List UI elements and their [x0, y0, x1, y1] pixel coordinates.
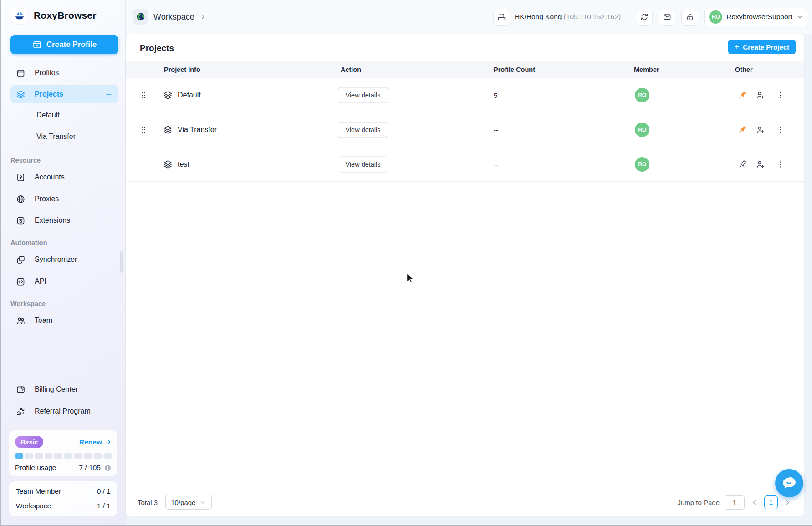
- profiles-window-icon: [16, 68, 26, 78]
- create-profile-button[interactable]: Create Profile: [10, 35, 118, 54]
- table-footer: Total 3 10/page Jump to Page 1: [138, 494, 792, 511]
- column-member: Member: [634, 61, 659, 78]
- add-member-icon[interactable]: [756, 90, 765, 100]
- projects-panel: Projects + Create Project Project Info A…: [126, 34, 804, 516]
- section-label-automation: Automation: [10, 239, 47, 246]
- project-layers-icon: [163, 125, 173, 134]
- column-other: Other: [735, 61, 753, 78]
- hand-coins-icon: [16, 407, 26, 416]
- project-layers-icon: [163, 159, 173, 169]
- sidebar: RoxyBrowser Create Profile Profiles Proj…: [1, 0, 126, 525]
- sidebar-item-label: Profiles: [35, 69, 59, 77]
- breadcrumb[interactable]: Workspace: [133, 9, 207, 25]
- renew-link[interactable]: Renew: [79, 438, 112, 446]
- proxy-region: HK/Hong Kong: [515, 13, 562, 20]
- info-icon[interactable]: [104, 464, 112, 472]
- create-project-button[interactable]: + Create Project: [728, 40, 796, 54]
- proxy-indicator[interactable]: HK/Hong Kong (109.110.162.162): [493, 9, 621, 26]
- team-member-label: Team Member: [16, 487, 61, 495]
- sidebar-item-referral-program[interactable]: Referral Program: [10, 402, 118, 420]
- badge-keyhole-icon: [16, 173, 26, 182]
- profile-count-value: --: [494, 160, 498, 168]
- more-actions-icon[interactable]: [776, 91, 785, 100]
- profile-count-value: --: [494, 126, 498, 133]
- breadcrumb-label: Workspace: [153, 12, 194, 22]
- quota-card: Team Member 0 / 1 Workspace 1 / 1: [9, 481, 117, 516]
- table-row: Via Transfer View details -- RO: [126, 112, 804, 147]
- member-avatar: RO: [635, 88, 649, 102]
- jump-to-page-input[interactable]: [725, 495, 745, 510]
- sidebar-item-api[interactable]: API: [10, 272, 118, 291]
- table-row: test View details -- RO: [126, 147, 804, 182]
- page-number-button[interactable]: 1: [764, 495, 778, 509]
- jump-to-page-label: Jump to Page: [677, 499, 720, 506]
- extensions-icon: [16, 216, 26, 225]
- pin-icon[interactable]: [737, 159, 747, 169]
- refresh-button[interactable]: [636, 9, 653, 26]
- sailboat-logo-icon: [11, 7, 28, 24]
- member-avatar: RO: [635, 157, 649, 172]
- chevron-left-icon: [751, 499, 758, 506]
- project-name: test: [178, 160, 189, 169]
- plus-icon: +: [735, 42, 740, 52]
- plan-card: Basic Renew Profile usage 7 / 105: [9, 430, 117, 476]
- add-member-icon[interactable]: [756, 125, 765, 134]
- app-name: RoxyBrowser: [34, 10, 97, 21]
- pin-icon[interactable]: [737, 90, 747, 100]
- member-avatar: RO: [635, 123, 649, 137]
- view-details-button[interactable]: View details: [338, 122, 388, 138]
- chat-bubble-icon: [781, 475, 798, 492]
- more-actions-icon[interactable]: [776, 160, 785, 169]
- roxybrowser-window: RoxyBrowser Create Profile Profiles Proj…: [0, 0, 812, 526]
- view-details-button[interactable]: View details: [338, 156, 388, 172]
- sidebar-item-projects[interactable]: Projects: [10, 85, 118, 103]
- project-name: Default: [178, 91, 201, 99]
- collapse-minus-icon[interactable]: [105, 90, 113, 98]
- lock-icon: [685, 12, 695, 21]
- chevron-down-icon: [199, 499, 206, 506]
- divider: [628, 11, 628, 22]
- drag-handle-icon[interactable]: [139, 125, 148, 134]
- sidebar-subitem-default[interactable]: Default: [31, 106, 113, 124]
- sidebar-item-team[interactable]: Team: [10, 312, 118, 330]
- mail-button[interactable]: [659, 9, 675, 26]
- table-row: Default View details 5 RO: [126, 78, 804, 112]
- wallet-icon: [16, 385, 26, 394]
- column-profile-count: Profile Count: [494, 61, 535, 78]
- add-member-icon[interactable]: [756, 159, 765, 169]
- earth-globe-icon: [133, 9, 148, 25]
- account-menu[interactable]: RO RoxybrowserSupport: [704, 8, 808, 26]
- page-size-select[interactable]: 10/page: [165, 495, 212, 510]
- profile-usage-value: 7 / 105: [79, 464, 101, 472]
- view-details-button[interactable]: View details: [338, 87, 388, 103]
- renew-label: Renew: [79, 438, 102, 446]
- total-count: Total 3: [138, 499, 158, 506]
- sidebar-item-synchronizer[interactable]: Synchronizer: [10, 250, 118, 269]
- lock-button[interactable]: [681, 9, 698, 26]
- sidebar-scrollbar[interactable]: [120, 251, 123, 273]
- sidebar-subitem-via-transfer[interactable]: Via Transfer: [31, 128, 113, 146]
- profile-usage-bar: [15, 453, 112, 459]
- sidebar-item-billing-center[interactable]: Billing Center: [10, 380, 118, 398]
- chevron-right-icon: [784, 499, 792, 506]
- project-name: Via Transfer: [178, 126, 217, 134]
- support-chat-button[interactable]: [775, 469, 803, 497]
- drag-handle-icon[interactable]: [139, 91, 148, 99]
- prev-page-button[interactable]: [750, 499, 759, 506]
- pin-icon[interactable]: [737, 124, 747, 135]
- sidebar-item-extensions[interactable]: Extensions: [10, 211, 118, 230]
- profile-usage-label: Profile usage: [15, 464, 56, 472]
- more-actions-icon[interactable]: [776, 125, 785, 134]
- subitem-label: Default: [36, 111, 60, 119]
- sidebar-item-label: Synchronizer: [35, 255, 77, 264]
- section-label-workspace: Workspace: [10, 300, 46, 307]
- table-header: Project Info Action Profile Count Member…: [126, 61, 804, 78]
- next-page-button[interactable]: [783, 499, 792, 506]
- sidebar-item-label: Projects: [35, 90, 63, 98]
- mail-icon: [663, 12, 672, 21]
- sidebar-item-profiles[interactable]: Profiles: [10, 64, 118, 82]
- sidebar-item-accounts[interactable]: Accounts: [10, 168, 118, 186]
- account-name: RoxybrowserSupport: [726, 13, 792, 21]
- window-plus-icon: [32, 40, 42, 50]
- sidebar-item-proxies[interactable]: Proxies: [10, 190, 118, 208]
